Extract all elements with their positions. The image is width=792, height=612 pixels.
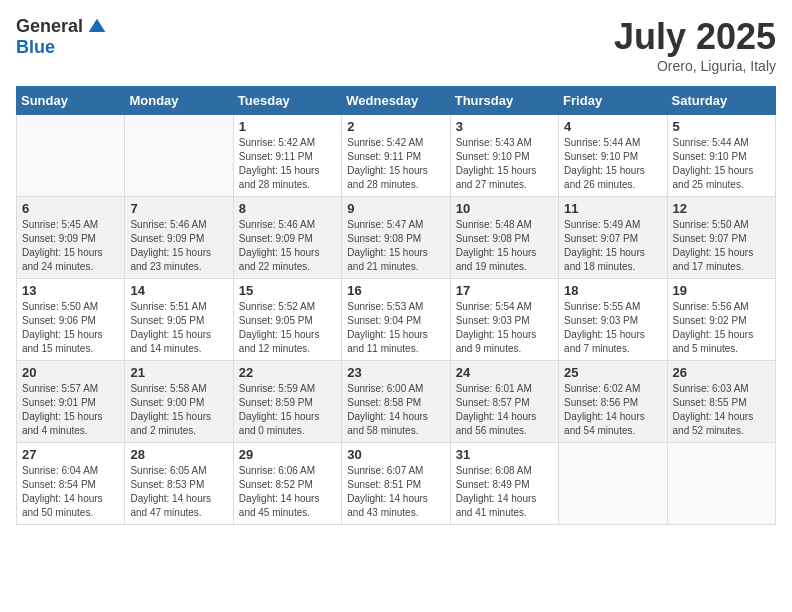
- day-info: Sunrise: 5:42 AM Sunset: 9:11 PM Dayligh…: [347, 136, 444, 192]
- day-info: Sunrise: 5:45 AM Sunset: 9:09 PM Dayligh…: [22, 218, 119, 274]
- weekday-header-saturday: Saturday: [667, 87, 775, 115]
- day-info: Sunrise: 5:54 AM Sunset: 9:03 PM Dayligh…: [456, 300, 553, 356]
- calendar-cell: 12Sunrise: 5:50 AM Sunset: 9:07 PM Dayli…: [667, 197, 775, 279]
- day-info: Sunrise: 6:07 AM Sunset: 8:51 PM Dayligh…: [347, 464, 444, 520]
- day-number: 16: [347, 283, 444, 298]
- day-info: Sunrise: 5:43 AM Sunset: 9:10 PM Dayligh…: [456, 136, 553, 192]
- day-number: 29: [239, 447, 336, 462]
- day-number: 18: [564, 283, 661, 298]
- day-number: 9: [347, 201, 444, 216]
- calendar-cell: 16Sunrise: 5:53 AM Sunset: 9:04 PM Dayli…: [342, 279, 450, 361]
- day-info: Sunrise: 5:50 AM Sunset: 9:07 PM Dayligh…: [673, 218, 770, 274]
- calendar-cell: 31Sunrise: 6:08 AM Sunset: 8:49 PM Dayli…: [450, 443, 558, 525]
- day-info: Sunrise: 5:44 AM Sunset: 9:10 PM Dayligh…: [564, 136, 661, 192]
- day-number: 8: [239, 201, 336, 216]
- weekday-header-monday: Monday: [125, 87, 233, 115]
- day-number: 24: [456, 365, 553, 380]
- day-number: 22: [239, 365, 336, 380]
- day-number: 6: [22, 201, 119, 216]
- calendar-cell: 3Sunrise: 5:43 AM Sunset: 9:10 PM Daylig…: [450, 115, 558, 197]
- calendar-table: SundayMondayTuesdayWednesdayThursdayFrid…: [16, 86, 776, 525]
- calendar-week-row: 6Sunrise: 5:45 AM Sunset: 9:09 PM Daylig…: [17, 197, 776, 279]
- day-info: Sunrise: 5:58 AM Sunset: 9:00 PM Dayligh…: [130, 382, 227, 438]
- weekday-header-wednesday: Wednesday: [342, 87, 450, 115]
- calendar-cell: [125, 115, 233, 197]
- weekday-header-sunday: Sunday: [17, 87, 125, 115]
- calendar-cell: 22Sunrise: 5:59 AM Sunset: 8:59 PM Dayli…: [233, 361, 341, 443]
- day-info: Sunrise: 5:50 AM Sunset: 9:06 PM Dayligh…: [22, 300, 119, 356]
- calendar-cell: 25Sunrise: 6:02 AM Sunset: 8:56 PM Dayli…: [559, 361, 667, 443]
- day-number: 1: [239, 119, 336, 134]
- calendar-cell: 1Sunrise: 5:42 AM Sunset: 9:11 PM Daylig…: [233, 115, 341, 197]
- day-number: 14: [130, 283, 227, 298]
- day-number: 13: [22, 283, 119, 298]
- day-number: 20: [22, 365, 119, 380]
- day-number: 17: [456, 283, 553, 298]
- weekday-header-friday: Friday: [559, 87, 667, 115]
- logo-blue-text: Blue: [16, 37, 55, 58]
- calendar-cell: 26Sunrise: 6:03 AM Sunset: 8:55 PM Dayli…: [667, 361, 775, 443]
- title-section: July 2025 Orero, Liguria, Italy: [614, 16, 776, 74]
- calendar-cell: 4Sunrise: 5:44 AM Sunset: 9:10 PM Daylig…: [559, 115, 667, 197]
- calendar-cell: 30Sunrise: 6:07 AM Sunset: 8:51 PM Dayli…: [342, 443, 450, 525]
- day-info: Sunrise: 5:53 AM Sunset: 9:04 PM Dayligh…: [347, 300, 444, 356]
- day-number: 19: [673, 283, 770, 298]
- day-info: Sunrise: 5:42 AM Sunset: 9:11 PM Dayligh…: [239, 136, 336, 192]
- day-info: Sunrise: 6:03 AM Sunset: 8:55 PM Dayligh…: [673, 382, 770, 438]
- calendar-cell: 8Sunrise: 5:46 AM Sunset: 9:09 PM Daylig…: [233, 197, 341, 279]
- day-info: Sunrise: 6:05 AM Sunset: 8:53 PM Dayligh…: [130, 464, 227, 520]
- day-number: 4: [564, 119, 661, 134]
- weekday-header-thursday: Thursday: [450, 87, 558, 115]
- calendar-cell: 14Sunrise: 5:51 AM Sunset: 9:05 PM Dayli…: [125, 279, 233, 361]
- day-info: Sunrise: 5:56 AM Sunset: 9:02 PM Dayligh…: [673, 300, 770, 356]
- month-title: July 2025: [614, 16, 776, 58]
- calendar-cell: 13Sunrise: 5:50 AM Sunset: 9:06 PM Dayli…: [17, 279, 125, 361]
- logo-icon: [87, 17, 107, 37]
- calendar-cell: 7Sunrise: 5:46 AM Sunset: 9:09 PM Daylig…: [125, 197, 233, 279]
- calendar-cell: 20Sunrise: 5:57 AM Sunset: 9:01 PM Dayli…: [17, 361, 125, 443]
- day-number: 3: [456, 119, 553, 134]
- day-info: Sunrise: 5:57 AM Sunset: 9:01 PM Dayligh…: [22, 382, 119, 438]
- day-info: Sunrise: 5:46 AM Sunset: 9:09 PM Dayligh…: [239, 218, 336, 274]
- calendar-cell: [667, 443, 775, 525]
- svg-marker-0: [89, 18, 106, 31]
- calendar-cell: 28Sunrise: 6:05 AM Sunset: 8:53 PM Dayli…: [125, 443, 233, 525]
- calendar-week-row: 27Sunrise: 6:04 AM Sunset: 8:54 PM Dayli…: [17, 443, 776, 525]
- day-info: Sunrise: 5:59 AM Sunset: 8:59 PM Dayligh…: [239, 382, 336, 438]
- day-number: 7: [130, 201, 227, 216]
- calendar-cell: 23Sunrise: 6:00 AM Sunset: 8:58 PM Dayli…: [342, 361, 450, 443]
- day-number: 15: [239, 283, 336, 298]
- day-info: Sunrise: 5:44 AM Sunset: 9:10 PM Dayligh…: [673, 136, 770, 192]
- day-info: Sunrise: 5:51 AM Sunset: 9:05 PM Dayligh…: [130, 300, 227, 356]
- calendar-cell: 9Sunrise: 5:47 AM Sunset: 9:08 PM Daylig…: [342, 197, 450, 279]
- day-info: Sunrise: 5:47 AM Sunset: 9:08 PM Dayligh…: [347, 218, 444, 274]
- day-info: Sunrise: 6:04 AM Sunset: 8:54 PM Dayligh…: [22, 464, 119, 520]
- calendar-cell: 10Sunrise: 5:48 AM Sunset: 9:08 PM Dayli…: [450, 197, 558, 279]
- day-number: 28: [130, 447, 227, 462]
- day-number: 12: [673, 201, 770, 216]
- calendar-week-row: 1Sunrise: 5:42 AM Sunset: 9:11 PM Daylig…: [17, 115, 776, 197]
- calendar-cell: 2Sunrise: 5:42 AM Sunset: 9:11 PM Daylig…: [342, 115, 450, 197]
- logo: General Blue: [16, 16, 107, 58]
- day-number: 2: [347, 119, 444, 134]
- weekday-header-row: SundayMondayTuesdayWednesdayThursdayFrid…: [17, 87, 776, 115]
- calendar-week-row: 20Sunrise: 5:57 AM Sunset: 9:01 PM Dayli…: [17, 361, 776, 443]
- day-number: 26: [673, 365, 770, 380]
- calendar-cell: 5Sunrise: 5:44 AM Sunset: 9:10 PM Daylig…: [667, 115, 775, 197]
- day-number: 5: [673, 119, 770, 134]
- day-info: Sunrise: 5:48 AM Sunset: 9:08 PM Dayligh…: [456, 218, 553, 274]
- page-header: General Blue July 2025 Orero, Liguria, I…: [16, 16, 776, 74]
- calendar-cell: 24Sunrise: 6:01 AM Sunset: 8:57 PM Dayli…: [450, 361, 558, 443]
- weekday-header-tuesday: Tuesday: [233, 87, 341, 115]
- day-info: Sunrise: 6:01 AM Sunset: 8:57 PM Dayligh…: [456, 382, 553, 438]
- calendar-week-row: 13Sunrise: 5:50 AM Sunset: 9:06 PM Dayli…: [17, 279, 776, 361]
- day-info: Sunrise: 5:49 AM Sunset: 9:07 PM Dayligh…: [564, 218, 661, 274]
- calendar-cell: [559, 443, 667, 525]
- day-info: Sunrise: 5:55 AM Sunset: 9:03 PM Dayligh…: [564, 300, 661, 356]
- day-info: Sunrise: 6:02 AM Sunset: 8:56 PM Dayligh…: [564, 382, 661, 438]
- calendar-cell: 27Sunrise: 6:04 AM Sunset: 8:54 PM Dayli…: [17, 443, 125, 525]
- calendar-cell: 17Sunrise: 5:54 AM Sunset: 9:03 PM Dayli…: [450, 279, 558, 361]
- day-info: Sunrise: 5:52 AM Sunset: 9:05 PM Dayligh…: [239, 300, 336, 356]
- day-number: 31: [456, 447, 553, 462]
- calendar-cell: 15Sunrise: 5:52 AM Sunset: 9:05 PM Dayli…: [233, 279, 341, 361]
